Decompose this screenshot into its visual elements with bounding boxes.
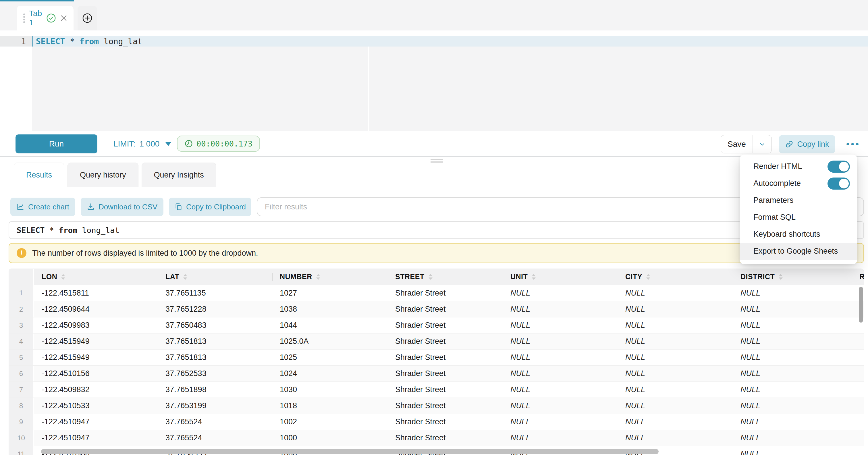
table-cell[interactable]: NULL xyxy=(503,333,618,349)
table-cell[interactable] xyxy=(852,414,864,430)
table-cell[interactable] xyxy=(852,366,864,382)
more-options-button[interactable]: ••• xyxy=(843,135,864,153)
table-cell[interactable]: NULL xyxy=(503,382,618,398)
table-cell[interactable] xyxy=(852,430,864,446)
sort-icon[interactable] xyxy=(316,274,320,280)
table-cell[interactable]: 1044 xyxy=(272,317,388,333)
table-cell[interactable]: NULL xyxy=(503,398,618,414)
table-cell[interactable]: NULL xyxy=(618,382,733,398)
table-cell[interactable]: NULL xyxy=(618,366,733,382)
table-cell[interactable] xyxy=(852,350,864,365)
table-cell[interactable]: Shrader Street xyxy=(388,285,503,301)
table-cell[interactable]: -122.4510947 xyxy=(34,430,158,446)
table-cell[interactable]: NULL xyxy=(733,333,852,349)
column-header-lat[interactable]: LAT xyxy=(158,269,272,285)
copy-link-button[interactable]: Copy link xyxy=(779,135,835,153)
table-cell[interactable]: NULL xyxy=(618,285,733,301)
sort-icon[interactable] xyxy=(61,274,65,280)
table-cell[interactable]: -122.4509832 xyxy=(34,382,158,398)
table-cell[interactable]: 37.765524 xyxy=(158,430,272,446)
table-cell[interactable]: 1038 xyxy=(272,301,388,317)
table-cell[interactable]: -122.4509983 xyxy=(34,317,158,333)
table-cell[interactable]: NULL xyxy=(618,317,733,333)
table-cell[interactable]: Shrader Street xyxy=(388,430,503,446)
table-cell[interactable]: Shrader Street xyxy=(388,333,503,349)
table-cell[interactable]: NULL xyxy=(503,285,618,301)
column-header-number[interactable]: NUMBER xyxy=(272,269,388,285)
vertical-scrollbar[interactable] xyxy=(859,287,863,323)
horizontal-scrollbar[interactable] xyxy=(41,449,659,454)
table-cell[interactable]: -122.4510156 xyxy=(34,366,158,382)
table-cell[interactable] xyxy=(852,382,864,398)
table-cell[interactable]: NULL xyxy=(503,317,618,333)
table-cell[interactable]: NULL xyxy=(733,285,852,301)
table-cell[interactable]: 37.7651898 xyxy=(158,382,272,398)
menu-item-export-to-google-sheets[interactable]: Export to Google Sheets xyxy=(740,243,857,260)
table-cell[interactable]: -122.4510533 xyxy=(34,398,158,414)
resize-grip[interactable] xyxy=(431,159,443,163)
table-cell[interactable]: 37.7652533 xyxy=(158,366,272,382)
column-header-unit[interactable]: UNIT xyxy=(503,269,618,285)
editor-body[interactable] xyxy=(0,47,868,131)
copy-clipboard-button[interactable]: Copy to Clipboard xyxy=(169,198,251,216)
column-header-city[interactable]: CITY xyxy=(618,269,733,285)
column-header-district[interactable]: DISTRICT xyxy=(733,269,852,285)
table-cell[interactable]: 37.765524 xyxy=(158,414,272,430)
menu-item-format-sql[interactable]: Format SQL xyxy=(740,209,857,226)
table-cell[interactable] xyxy=(852,398,864,414)
table-cell[interactable]: NULL xyxy=(733,366,852,382)
table-cell[interactable]: -122.4510947 xyxy=(34,414,158,430)
new-tab-button[interactable] xyxy=(78,6,97,30)
download-csv-button[interactable]: Download to CSV xyxy=(81,198,163,216)
table-cell[interactable]: 37.7651228 xyxy=(158,301,272,317)
table-cell[interactable]: 1025.0A xyxy=(272,333,388,349)
table-cell[interactable]: 37.7651813 xyxy=(158,350,272,365)
table-cell[interactable]: 1000 xyxy=(272,430,388,446)
menu-item-keyboard-shortcuts[interactable]: Keyboard shortcuts xyxy=(740,226,857,243)
table-cell[interactable]: 1002 xyxy=(272,414,388,430)
table-cell[interactable]: NULL xyxy=(618,398,733,414)
table-cell[interactable]: NULL xyxy=(618,414,733,430)
column-header-street[interactable]: STREET xyxy=(388,269,503,285)
menu-item-autocomplete[interactable]: Autocomplete xyxy=(740,175,857,192)
table-cell[interactable]: 1018 xyxy=(272,398,388,414)
table-cell[interactable]: NULL xyxy=(503,366,618,382)
table-cell[interactable]: 37.7653199 xyxy=(158,398,272,414)
table-cell[interactable]: Shrader Street xyxy=(388,398,503,414)
table-cell[interactable]: 1025 xyxy=(272,350,388,365)
table-cell[interactable]: Shrader Street xyxy=(388,414,503,430)
table-cell[interactable]: -122.4515949 xyxy=(34,333,158,349)
table-cell[interactable]: -122.4515811 xyxy=(34,285,158,301)
table-cell[interactable]: Shrader Street xyxy=(388,350,503,365)
table-cell[interactable]: NULL xyxy=(618,430,733,446)
table-cell[interactable]: NULL xyxy=(733,301,852,317)
table-cell[interactable]: NULL xyxy=(618,350,733,365)
table-cell[interactable]: NULL xyxy=(733,430,852,446)
editor-active-line[interactable]: 1 SELECT * from long_lat xyxy=(0,36,868,47)
table-cell[interactable]: 37.7650483 xyxy=(158,317,272,333)
drag-handle-icon[interactable] xyxy=(23,13,25,23)
results-tab-results[interactable]: Results xyxy=(14,162,64,187)
table-cell[interactable]: Shrader Street xyxy=(388,301,503,317)
toggle-switch[interactable] xyxy=(828,160,850,173)
create-chart-button[interactable]: Create chart xyxy=(10,198,75,216)
table-cell[interactable]: 1024 xyxy=(272,366,388,382)
table-cell[interactable]: NULL xyxy=(733,446,852,455)
results-tab-query-history[interactable]: Query history xyxy=(67,162,138,187)
table-cell[interactable]: NULL xyxy=(733,398,852,414)
table-cell[interactable]: NULL xyxy=(733,350,852,365)
table-cell[interactable]: NULL xyxy=(618,333,733,349)
sort-icon[interactable] xyxy=(532,274,536,280)
save-options-button[interactable] xyxy=(752,135,772,153)
table-cell[interactable]: NULL xyxy=(503,350,618,365)
table-cell[interactable]: 37.7651135 xyxy=(158,285,272,301)
column-header-lon[interactable]: LON xyxy=(34,269,158,285)
table-cell[interactable]: NULL xyxy=(733,414,852,430)
close-tab-icon[interactable] xyxy=(60,14,68,22)
table-cell[interactable]: 37.7651813 xyxy=(158,333,272,349)
sort-icon[interactable] xyxy=(779,274,783,280)
table-cell[interactable]: 1027 xyxy=(272,285,388,301)
table-cell[interactable]: 1030 xyxy=(272,382,388,398)
menu-item-render-html[interactable]: Render HTML xyxy=(740,158,857,175)
table-cell[interactable]: NULL xyxy=(733,382,852,398)
